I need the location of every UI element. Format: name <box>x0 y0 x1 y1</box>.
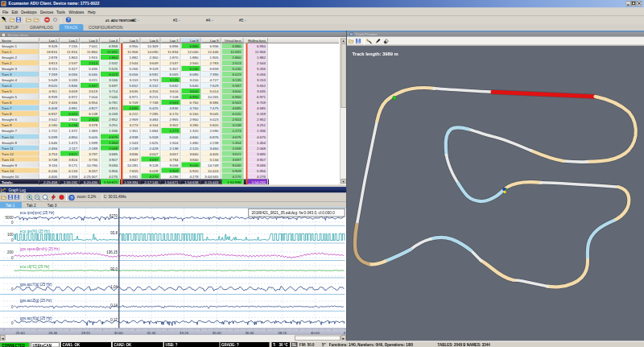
svg-text:gps.accX[g] (25 Hz): gps.accX[g] (25 Hz) <box>20 316 52 320</box>
svg-text:ecu.rpm[rpm] (25 Hz): ecu.rpm[rpm] (25 Hz) <box>20 211 55 215</box>
svg-text:5000: 5000 <box>5 216 14 220</box>
svg-text:6270: 6270 <box>109 214 118 218</box>
svg-text:93,8: 93,8 <box>110 231 118 235</box>
svg-text:gps.accY[g] (25 Hz): gps.accY[g] (25 Hz) <box>20 283 52 287</box>
svg-text:20180421_0821_05.adulog: fw:0.: 20180421_0821_05.adulog: fw:0.043.0, cl:… <box>252 211 336 215</box>
svg-text:200: 200 <box>7 250 14 254</box>
svg-text:100: 100 <box>7 233 14 237</box>
svg-text:gps.speed[km/h] (25 Hz): gps.speed[km/h] (25 Hz) <box>20 247 60 251</box>
svg-text:ecu.clt[°C] (25 Hz): ecu.clt[°C] (25 Hz) <box>20 265 50 269</box>
svg-text:136,15: 136,15 <box>106 250 118 254</box>
svg-text:ecu.tps[%] (25 Hz): ecu.tps[%] (25 Hz) <box>20 229 51 233</box>
svg-text:92,0: 92,0 <box>110 267 118 271</box>
svg-text:0,17: 0,17 <box>110 318 118 322</box>
svg-text:0,14: 0,14 <box>110 304 118 308</box>
svg-text:0: 0 <box>11 305 14 309</box>
svg-text:1,04: 1,04 <box>110 285 118 289</box>
svg-text:gps.accZ[g] (25 Hz): gps.accZ[g] (25 Hz) <box>20 299 52 303</box>
svg-text:0: 0 <box>11 221 14 225</box>
